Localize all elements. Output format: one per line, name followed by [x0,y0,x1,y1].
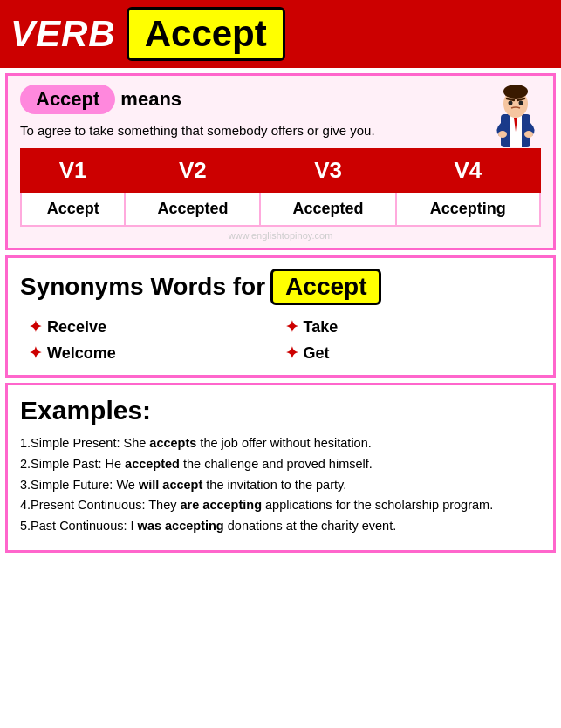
examples-list: 1.Simple Present: She accepts the job of… [20,434,541,536]
svg-point-5 [509,101,513,105]
example-2-prefix: 2.Simple Past: He [20,457,125,471]
diamond-icon-4: ✦ [285,344,298,363]
character-illustration [485,79,546,149]
example-2-suffix: the challenge and proved himself. [180,457,373,471]
synonym-label-get: Get [304,344,330,363]
synonym-item-receive: ✦ Receive [29,317,285,337]
example-4-suffix: applications for the scholarship program… [262,498,493,512]
watermark: www.englishtopinoy.com [20,230,541,241]
example-1: 1.Simple Present: She accepts the job of… [20,434,541,453]
svg-point-4 [503,85,528,99]
example-4-bold: are accepting [181,498,263,512]
example-5: 5.Past Continuous: I was accepting donat… [20,517,541,536]
synonym-label-welcome: Welcome [47,344,116,363]
synonyms-word-box: Accept [270,269,381,305]
diamond-icon-3: ✦ [29,344,42,363]
accept-highlight-box: Accept [20,85,115,114]
accept-highlighted-word: Accept [36,88,99,110]
example-5-prefix: 5.Past Continuous: I [20,519,138,533]
example-3-bold: will accept [139,478,202,492]
diamond-icon-1: ✦ [29,317,42,337]
table-cell-v4: Accepting [396,192,540,226]
table-cell-v3: Accepted [260,192,395,226]
examples-section: Examples: 1.Simple Present: She accepts … [5,383,556,553]
example-1-bold: accepts [149,436,196,450]
example-3-prefix: 3.Simple Future: We [20,478,139,492]
synonym-item-welcome: ✦ Welcome [29,344,285,363]
header-word-box: Accept [127,7,285,61]
synonyms-grid: ✦ Receive ✦ Take ✦ Welcome ✦ Get [20,317,541,363]
header-word: Accept [145,13,267,54]
example-2-bold: accepted [125,457,180,471]
example-2: 2.Simple Past: He accepted the challenge… [20,455,541,474]
examples-title: Examples: [20,396,541,425]
svg-point-9 [498,131,507,138]
table-header-v3: V3 [260,149,395,192]
example-4-prefix: 4.Present Continuous: They [20,498,181,512]
example-3-suffix: the invitation to the party. [202,478,346,492]
example-5-suffix: donations at the charity event. [224,519,397,533]
verb-label: VERB [10,13,116,55]
svg-point-6 [519,101,523,105]
example-5-bold: was accepting [138,519,224,533]
header: VERB Accept [0,0,561,68]
example-3: 3.Simple Future: We will accept the invi… [20,476,541,495]
synonyms-title-row: Synonyms Words for Accept [20,269,541,305]
means-text: means [120,88,181,111]
synonym-item-get: ✦ Get [285,344,542,363]
synonym-label-receive: Receive [47,318,106,337]
table-header-v1: V1 [21,149,125,192]
table-header-v2: V2 [125,149,260,192]
synonyms-section: Synonyms Words for Accept ✦ Receive ✦ Ta… [5,255,556,378]
svg-point-10 [524,131,533,138]
synonyms-highlighted-word: Accept [285,273,366,300]
table-cell-v2: Accepted [125,192,260,226]
section1-title-row: Accept means [20,85,541,114]
synonyms-title: Synonyms Words for [20,273,265,301]
table-cell-v1: Accept [21,192,125,226]
synonym-item-take: ✦ Take [285,317,542,337]
accept-means-section: Accept means [5,73,556,250]
definition-text: To agree to take something that somebody… [20,121,448,139]
example-4: 4.Present Continuous: They are accepting… [20,496,541,515]
example-1-prefix: 1.Simple Present: She [20,436,149,450]
verb-forms-table: V1 V2 V3 V4 Accept Accepted Accepted Acc… [20,148,541,227]
example-1-suffix: the job offer without hesitation. [196,436,371,450]
diamond-icon-2: ✦ [285,317,298,337]
synonym-label-take: Take [304,318,339,337]
